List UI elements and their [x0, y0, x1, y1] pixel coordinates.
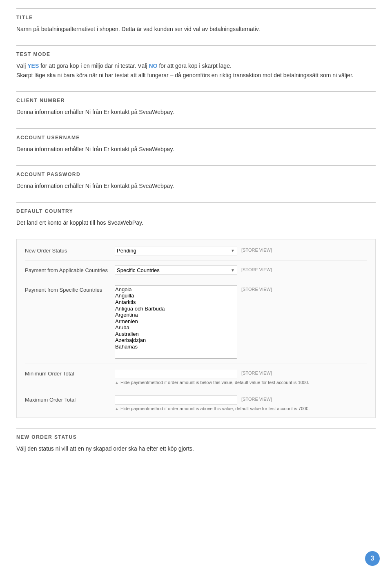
account-username-body: Denna information erhåller Ni från Er ko… — [16, 145, 376, 155]
minimum-order-total-hint-text: Hide paymentmethod if order amount is be… — [120, 380, 309, 385]
new-order-status-store-view: [STORE VIEW] — [241, 246, 272, 252]
payment-specific-countries-row: Payment from Specific Countries Angola A… — [25, 285, 367, 364]
maximum-order-total-hint-text: Hide paymentmethod if order amount is ab… — [120, 406, 310, 411]
maximum-order-total-control: [STORE VIEW] ▲ Hide paymentmethod if ord… — [115, 395, 367, 411]
payment-applicable-countries-label: Payment from Applicable Countries — [25, 266, 115, 273]
default-country-section: DEFAULT COUNTRY Det land ert konto är ko… — [16, 202, 376, 229]
new-order-status-control: Pending [STORE VIEW] — [115, 246, 367, 255]
account-password-heading: ACCOUNT PASSWORD — [16, 172, 376, 177]
account-username-section: ACCOUNT USERNAME Denna information erhål… — [16, 128, 376, 155]
title-header: TITLE — [16, 8, 376, 20]
minimum-order-total-hint: ▲ Hide paymentmethod if order amount is … — [115, 380, 367, 385]
payment-applicable-countries-select[interactable]: Specific Countries — [115, 266, 237, 275]
minimum-order-total-label: Minimum Order Total — [25, 369, 115, 377]
test-mode-header: TEST MODE — [16, 45, 376, 57]
payment-applicable-countries-select-wrapper[interactable]: Specific Countries — [115, 266, 237, 275]
maximum-order-total-store-view: [STORE VIEW] — [241, 395, 272, 402]
maximum-order-total-hint: ▲ Hide paymentmethod if order amount is … — [115, 406, 367, 411]
title-body: Namn på betalningsalternativet i shopen.… — [16, 25, 376, 35]
new-order-status-label: New Order Status — [25, 246, 115, 254]
minimum-order-total-store-view: [STORE VIEW] — [241, 369, 272, 375]
payment-specific-countries-store-view: [STORE VIEW] — [241, 285, 272, 292]
account-username-header: ACCOUNT USERNAME — [16, 128, 376, 141]
payment-specific-countries-listbox[interactable]: Angola Anguilla Antarktis Antigua och Ba… — [115, 285, 237, 359]
account-password-section: ACCOUNT PASSWORD Denna information erhål… — [16, 165, 376, 192]
new-order-status-section-heading: NEW ORDER STATUS — [16, 434, 376, 440]
minimum-order-total-control: [STORE VIEW] ▲ Hide paymentmethod if ord… — [115, 369, 367, 385]
test-mode-section: TEST MODE Välj YES för att göra köp i en… — [16, 45, 376, 81]
maximum-order-total-row: Maximum Order Total [STORE VIEW] ▲ Hide … — [25, 395, 367, 411]
account-password-body: Denna information erhåller Ni från Er ko… — [16, 181, 376, 192]
new-order-status-section-body: Välj den status ni vill att en ny skapad… — [16, 444, 376, 455]
account-username-heading: ACCOUNT USERNAME — [16, 135, 376, 141]
title-section: TITLE Namn på betalningsalternativet i s… — [16, 8, 376, 35]
minimum-order-total-input[interactable] — [115, 369, 237, 378]
hint-triangle-icon: ▲ — [115, 380, 119, 385]
hint-triangle-icon-2: ▲ — [115, 406, 119, 411]
test-mode-body: Välj YES för att göra köp i en miljö där… — [16, 61, 376, 81]
yes-keyword: YES — [27, 63, 39, 69]
minimum-order-total-row: Minimum Order Total [STORE VIEW] ▲ Hide … — [25, 369, 367, 390]
client-number-header: CLIENT NUMBER — [16, 91, 376, 103]
default-country-header: DEFAULT COUNTRY — [16, 202, 376, 214]
client-number-heading: CLIENT NUMBER — [16, 98, 376, 103]
client-number-body: Denna information erhåller Ni från Er ko… — [16, 107, 376, 118]
account-password-header: ACCOUNT PASSWORD — [16, 165, 376, 177]
client-number-section: CLIENT NUMBER Denna information erhåller… — [16, 91, 376, 118]
test-mode-line2: Skarpt läge ska ni bara köra när ni har … — [16, 72, 354, 78]
payment-applicable-countries-store-view: [STORE VIEW] — [241, 266, 272, 272]
payment-specific-countries-control: Angola Anguilla Antarktis Antigua och Ba… — [115, 285, 367, 359]
new-order-status-section-header: NEW ORDER STATUS — [16, 428, 376, 440]
default-country-heading: DEFAULT COUNTRY — [16, 208, 376, 214]
payment-specific-countries-label: Payment from Specific Countries — [25, 285, 115, 293]
settings-box: New Order Status Pending [STORE VIEW] Pa… — [16, 239, 376, 418]
maximum-order-total-label: Maximum Order Total — [25, 395, 115, 403]
payment-applicable-countries-row: Payment from Applicable Countries Specif… — [25, 266, 367, 280]
new-order-status-section: NEW ORDER STATUS Välj den status ni vill… — [16, 428, 376, 455]
test-mode-heading: TEST MODE — [16, 51, 376, 57]
payment-applicable-countries-control: Specific Countries [STORE VIEW] — [115, 266, 367, 275]
maximum-order-total-input[interactable] — [115, 395, 237, 404]
title-heading: TITLE — [16, 15, 376, 20]
default-country-body: Det land ert konto är kopplat till hos S… — [16, 218, 376, 229]
new-order-status-row: New Order Status Pending [STORE VIEW] — [25, 246, 367, 261]
page-number: 3 — [365, 551, 380, 566]
new-order-status-select[interactable]: Pending — [115, 246, 237, 255]
new-order-status-select-wrapper[interactable]: Pending — [115, 246, 237, 255]
test-mode-line1: Välj YES för att göra köp i en miljö där… — [16, 63, 232, 69]
no-keyword: NO — [149, 63, 158, 69]
